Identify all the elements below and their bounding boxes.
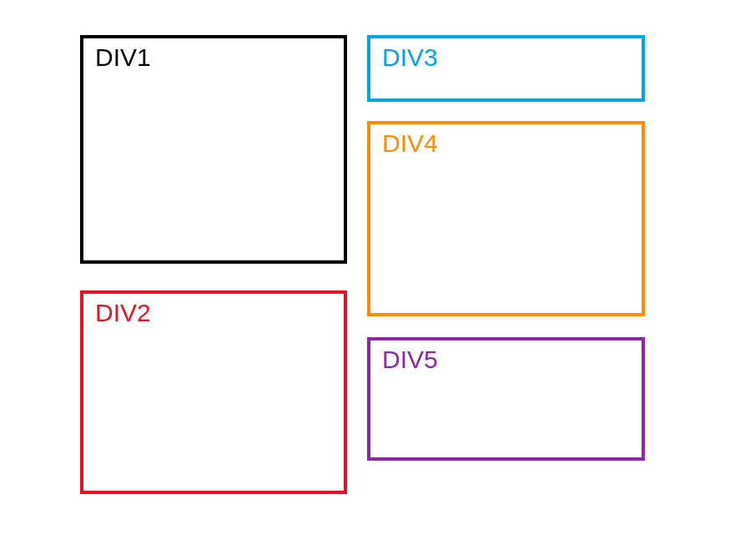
- div1-label: DIV1: [95, 43, 151, 71]
- div3-label: DIV3: [382, 43, 438, 71]
- div4-label: DIV4: [382, 129, 438, 157]
- div4-box: DIV4: [367, 121, 645, 316]
- div3-box: DIV3: [367, 35, 645, 102]
- div2-label: DIV2: [95, 299, 151, 326]
- div5-label: DIV5: [382, 346, 438, 373]
- div1-box: DIV1: [80, 35, 347, 264]
- div5-box: DIV5: [367, 337, 645, 461]
- div2-box: DIV2: [80, 290, 347, 494]
